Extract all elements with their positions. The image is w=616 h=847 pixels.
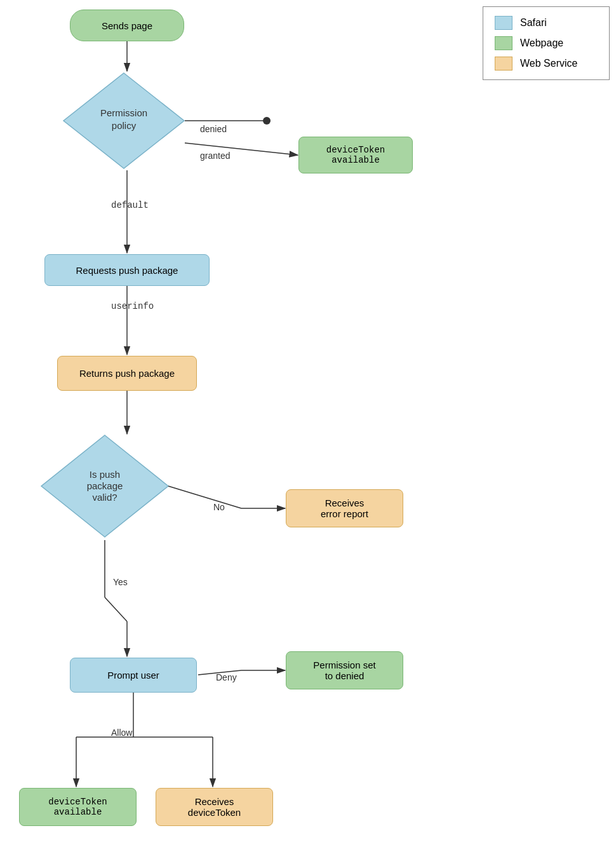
label-no: No	[213, 502, 225, 512]
device-token-bottom-label: deviceToken available	[48, 797, 107, 817]
legend-label-safari: Safari	[520, 17, 547, 29]
legend: Safari Webpage Web Service	[483, 6, 610, 80]
prompt-user-label: Prompt user	[107, 670, 159, 681]
diamond-permission-policy: Permission policy	[60, 70, 187, 172]
label-deny: Deny	[216, 672, 237, 682]
receives-device-token-label: Receives deviceToken	[188, 796, 241, 818]
returns-push-label: Returns push package	[79, 368, 175, 379]
svg-text:policy: policy	[112, 120, 137, 131]
node-sends-page: Sends page	[70, 10, 184, 41]
node-device-token-top: deviceToken available	[298, 137, 413, 173]
legend-item-webservice: Web Service	[495, 57, 598, 71]
node-receives-error: Receives error report	[286, 489, 403, 527]
node-receives-device-token: Receives deviceToken	[156, 788, 273, 826]
legend-item-webpage: Webpage	[495, 36, 598, 50]
permission-denied-label: Permission set to denied	[313, 660, 375, 681]
label-denied: denied	[200, 124, 227, 134]
device-token-top-label: deviceToken available	[326, 145, 385, 165]
receives-error-label: Receives error report	[321, 498, 368, 519]
legend-item-safari: Safari	[495, 16, 598, 30]
diagram-container: Safari Webpage Web Service Sends page Re…	[0, 0, 616, 847]
svg-line-16	[168, 486, 241, 508]
legend-swatch-webservice	[495, 57, 512, 71]
legend-label-webservice: Web Service	[520, 58, 577, 69]
svg-text:package: package	[87, 480, 123, 491]
label-allow: Allow	[111, 728, 132, 738]
legend-label-webpage: Webpage	[520, 37, 563, 49]
node-permission-denied: Permission set to denied	[286, 651, 403, 689]
legend-swatch-webpage	[495, 36, 512, 50]
legend-swatch-safari	[495, 16, 512, 30]
diamond-is-push-valid: Is push package valid?	[38, 432, 171, 540]
svg-text:Is push: Is push	[90, 469, 120, 480]
label-granted: granted	[200, 151, 230, 161]
node-returns-push: Returns push package	[57, 356, 197, 391]
node-prompt-user: Prompt user	[70, 658, 197, 693]
sends-page-label: Sends page	[102, 20, 152, 31]
svg-text:Permission: Permission	[100, 107, 147, 118]
requests-push-label: Requests push package	[76, 265, 178, 276]
label-default: default	[111, 200, 149, 210]
svg-text:valid?: valid?	[92, 492, 117, 503]
svg-line-19	[105, 597, 127, 621]
label-yes: Yes	[113, 577, 128, 587]
node-requests-push: Requests push package	[44, 254, 210, 286]
node-device-token-bottom: deviceToken available	[19, 788, 137, 826]
label-userinfo: userinfo	[111, 301, 154, 311]
